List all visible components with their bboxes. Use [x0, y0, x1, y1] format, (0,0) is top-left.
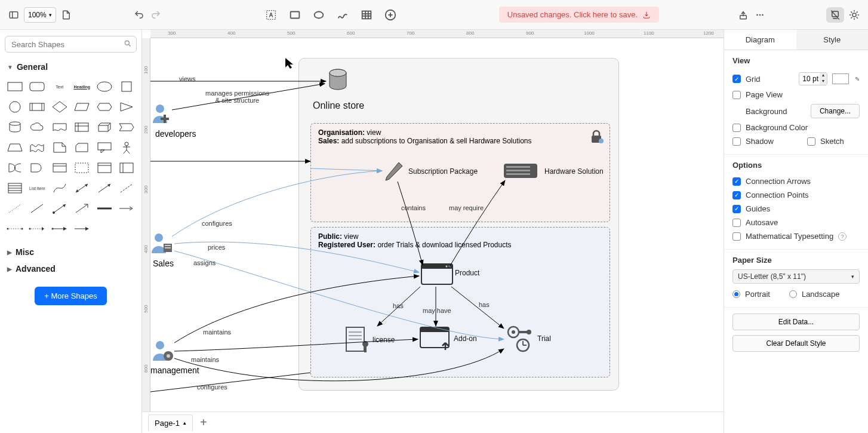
freehand-tool-icon[interactable] — [335, 7, 350, 23]
shape-listitem[interactable]: List Item — [27, 179, 48, 197]
grid-step-down[interactable]: ▼ — [820, 79, 827, 85]
tab-diagram[interactable]: Diagram — [724, 30, 796, 50]
grid-step-up[interactable]: ▲ — [820, 73, 827, 79]
shape-and[interactable] — [27, 159, 48, 177]
shape-dotted-line[interactable] — [5, 199, 25, 217]
text-tool-icon[interactable] — [263, 7, 279, 23]
theme-toggle-icon[interactable] — [826, 7, 844, 23]
edit-data-button[interactable]: Edit Data... — [732, 314, 860, 330]
shape-document[interactable] — [50, 118, 70, 136]
shape-cloud[interactable] — [27, 118, 48, 136]
addon-icon[interactable] — [419, 326, 453, 351]
section-advanced[interactable]: ▶Advanced — [0, 260, 141, 277]
shape-connector4[interactable] — [72, 220, 93, 238]
grid-color-swatch[interactable] — [832, 73, 849, 84]
shape-round-rect[interactable] — [27, 78, 48, 96]
shape-text[interactable]: Text — [50, 78, 70, 96]
page-tab-1[interactable]: Page-1▴ — [148, 414, 193, 431]
shape-or[interactable] — [5, 159, 25, 177]
section-general[interactable]: ▼General — [0, 59, 141, 75]
conn-arrows-checkbox[interactable]: ✓ — [732, 177, 741, 186]
database-icon[interactable] — [326, 68, 350, 92]
add-tool-icon[interactable] — [383, 7, 398, 23]
share-icon[interactable] — [737, 8, 750, 22]
developers-icon[interactable] — [152, 103, 173, 124]
shape-process[interactable] — [27, 98, 48, 116]
rect-tool-icon[interactable] — [287, 7, 303, 23]
shape-note[interactable] — [50, 139, 70, 156]
shape-cube[interactable] — [94, 118, 115, 136]
paper-size-select[interactable]: US-Letter (8,5" x 11")▾ — [732, 269, 860, 284]
bgcolor-checkbox[interactable] — [732, 124, 741, 132]
more-menu-icon[interactable] — [753, 8, 767, 22]
server-icon[interactable] — [503, 160, 538, 182]
shape-container-dashed[interactable] — [72, 159, 93, 177]
management-icon[interactable] — [152, 339, 176, 363]
shape-diag-arrow[interactable] — [72, 199, 93, 217]
shape-card[interactable] — [72, 139, 93, 156]
shape-parallelogram[interactable] — [72, 98, 93, 116]
shape-thin-arrow-h[interactable] — [117, 199, 137, 217]
pageview-checkbox[interactable] — [732, 91, 741, 99]
search-input[interactable] — [5, 36, 137, 53]
shape-callout[interactable] — [94, 139, 115, 156]
shape-bidir-arrow2[interactable] — [50, 199, 70, 217]
help-icon[interactable]: ? — [838, 232, 847, 241]
shape-connector1[interactable] — [5, 220, 25, 238]
unsaved-save-button[interactable]: Unsaved changes. Click here to save. — [499, 7, 659, 23]
conn-points-checkbox[interactable]: ✓ — [732, 191, 741, 199]
shape-tape[interactable] — [27, 139, 48, 156]
landscape-radio[interactable] — [789, 290, 797, 298]
sales-icon[interactable] — [150, 232, 174, 256]
shape-data-store[interactable] — [50, 159, 70, 177]
shape-square[interactable] — [117, 78, 137, 96]
new-file-icon[interactable] — [60, 8, 73, 22]
add-page-button[interactable]: + — [200, 416, 207, 429]
canvas[interactable]: 300400500600700800900100011001200 100200… — [142, 30, 724, 433]
change-bg-button[interactable]: Change... — [811, 104, 860, 118]
shape-connector3[interactable] — [50, 220, 70, 238]
license-icon[interactable] — [343, 325, 371, 354]
shape-cylinder[interactable] — [5, 118, 25, 136]
shape-frame[interactable] — [94, 159, 115, 177]
clear-style-button[interactable]: Clear Default Style — [732, 335, 860, 352]
shape-heading[interactable]: Heading — [72, 78, 93, 96]
shape-curve[interactable] — [50, 179, 70, 197]
shape-bidir-arrow[interactable] — [72, 179, 93, 197]
math-checkbox[interactable] — [732, 232, 741, 241]
shadow-checkbox[interactable] — [732, 137, 741, 146]
shape-connector2[interactable] — [27, 220, 48, 238]
guides-checkbox[interactable]: ✓ — [732, 205, 741, 213]
swatch-edit-icon[interactable]: ✎ — [855, 76, 860, 82]
shape-line[interactable] — [27, 199, 48, 217]
sketch-checkbox[interactable] — [807, 137, 815, 146]
sun-icon[interactable] — [848, 8, 861, 22]
grid-checkbox[interactable]: ✓ — [732, 75, 741, 83]
shape-step[interactable] — [117, 118, 137, 136]
shape-ellipse[interactable] — [94, 78, 115, 96]
pencil-icon[interactable] — [382, 160, 406, 184]
shape-diamond[interactable] — [50, 98, 70, 116]
shape-hexagon[interactable] — [94, 98, 115, 116]
trial-icon[interactable] — [505, 325, 535, 352]
shape-actor[interactable] — [117, 139, 137, 156]
shape-rect[interactable] — [5, 78, 25, 96]
more-shapes-button[interactable]: + More Shapes — [35, 287, 107, 305]
shape-arrow[interactable] — [94, 179, 115, 197]
section-misc[interactable]: ▶Misc — [0, 244, 141, 260]
autosave-checkbox[interactable] — [732, 219, 741, 227]
shape-internal-storage[interactable] — [72, 118, 93, 136]
shape-thick-line[interactable] — [94, 199, 115, 217]
table-tool-icon[interactable] — [359, 7, 374, 23]
undo-icon[interactable] — [133, 8, 146, 22]
shape-dashed-line[interactable] — [117, 179, 137, 197]
shape-h-container[interactable] — [117, 159, 137, 177]
zoom-select[interactable]: 100%▾ — [24, 7, 56, 23]
ellipse-tool-icon[interactable] — [311, 7, 327, 23]
tab-style[interactable]: Style — [796, 30, 869, 50]
shape-trapezoid[interactable] — [5, 139, 25, 156]
product-icon[interactable] — [420, 263, 454, 287]
toggle-sidebar-icon[interactable] — [7, 8, 20, 22]
shape-list[interactable] — [5, 179, 25, 197]
shape-triangle[interactable] — [117, 98, 137, 116]
